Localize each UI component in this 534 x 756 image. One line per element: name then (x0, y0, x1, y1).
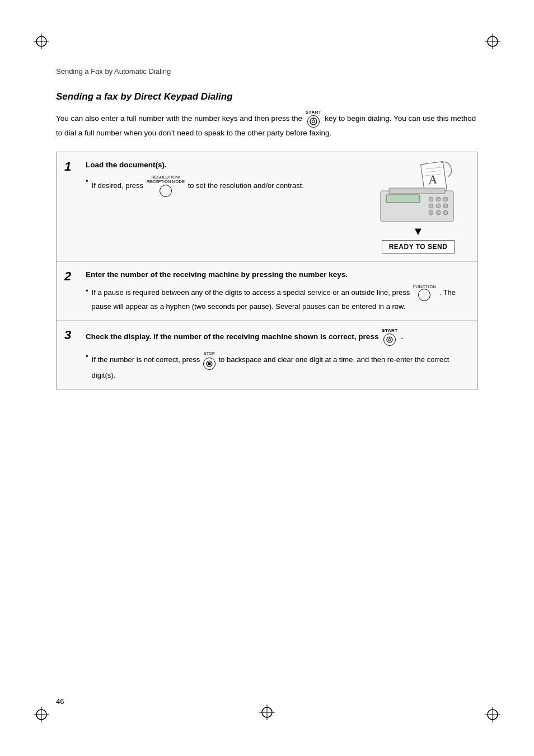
step-1-number: 1 (64, 160, 80, 253)
corner-mark-br (480, 702, 500, 722)
step-1-bullet: • If desired, press RESOLUTION/RECEPTION… (86, 175, 362, 198)
step-3-bullet-text: If the number is not correct, press STOP… (92, 350, 469, 381)
step-2-content: Enter the number of the receiving machin… (86, 270, 469, 313)
corner-mark-bl (34, 702, 54, 722)
svg-point-29 (429, 204, 433, 208)
instruction-box: 1 Load the document(s). • If desired, pr… (56, 152, 478, 389)
svg-point-30 (436, 204, 441, 208)
stop-circle (203, 358, 216, 370)
svg-point-28 (443, 197, 448, 201)
svg-point-36 (388, 339, 391, 341)
intro-paragraph: You can also enter a full number with th… (56, 110, 478, 139)
resolution-circle (160, 185, 172, 197)
function-key: FUNCTION (413, 285, 436, 302)
start-label-step3: START (382, 328, 398, 333)
corner-mark-tr (480, 34, 500, 54)
bullet-dot-3: • (86, 351, 88, 362)
down-arrow: ▼ (413, 226, 424, 237)
step-1-title: Load the document(s). (86, 160, 362, 171)
step-2-title: Enter the number of the receiving machin… (86, 270, 469, 280)
svg-point-31 (443, 204, 448, 208)
start-key-step3-title: START (382, 328, 398, 346)
svg-point-26 (429, 197, 433, 201)
step-3-number: 3 (64, 328, 80, 381)
svg-rect-39 (208, 363, 210, 365)
corner-mark-tl (34, 34, 54, 54)
function-label: FUNCTION (413, 285, 436, 289)
function-circle (418, 289, 430, 301)
page-number: 46 (56, 697, 64, 706)
stop-label: STOP (204, 350, 215, 357)
start-key-intro: START (306, 110, 322, 128)
step-2-bullet-text: If a pause is required between any of th… (92, 285, 469, 313)
lcd-display: READY TO SEND (382, 240, 455, 253)
step-2-bullet: • If a pause is required between any of … (86, 285, 469, 313)
svg-rect-24 (389, 188, 445, 194)
svg-point-16 (312, 120, 315, 123)
step-2-row: 2 Enter the number of the receiving mach… (57, 262, 477, 321)
bullet-dot-1: • (86, 176, 88, 187)
svg-point-34 (443, 210, 448, 215)
svg-point-27 (436, 197, 441, 201)
step-1-bullet-text: If desired, press RESOLUTION/RECEPTION M… (92, 175, 362, 198)
step-1-row: 1 Load the document(s). • If desired, pr… (57, 152, 477, 262)
step-2-number: 2 (64, 270, 80, 313)
start-circle-intro (307, 115, 320, 128)
resolution-key: RESOLUTION/RECEPTION MODE (147, 175, 185, 198)
start-circle-step3 (383, 334, 396, 346)
stop-key: STOP (203, 350, 216, 370)
step-3-title: Check the display. If the number of the … (86, 328, 469, 346)
step-3-bullet: • If the number is not correct, press ST… (86, 350, 469, 381)
step-3-content: Check the display. If the number of the … (86, 328, 469, 381)
bottom-center-mark (257, 702, 277, 722)
fax-machine-svg: A (375, 160, 462, 224)
svg-rect-25 (386, 195, 420, 203)
bullet-dot-2: • (86, 285, 88, 297)
breadcrumb: Sending a Fax by Automatic Dialing (56, 67, 478, 76)
step-1-image: A (368, 160, 469, 253)
step-3-row: 3 Check the display. If the number of th… (57, 321, 477, 389)
start-label-intro: START (306, 110, 322, 115)
svg-point-32 (429, 210, 433, 215)
section-title: Sending a fax by Direct Keypad Dialing (56, 91, 478, 102)
svg-point-33 (436, 210, 441, 215)
resolution-label: RESOLUTION/RECEPTION MODE (147, 175, 185, 185)
step-1-content: Load the document(s). • If desired, pres… (86, 160, 362, 253)
